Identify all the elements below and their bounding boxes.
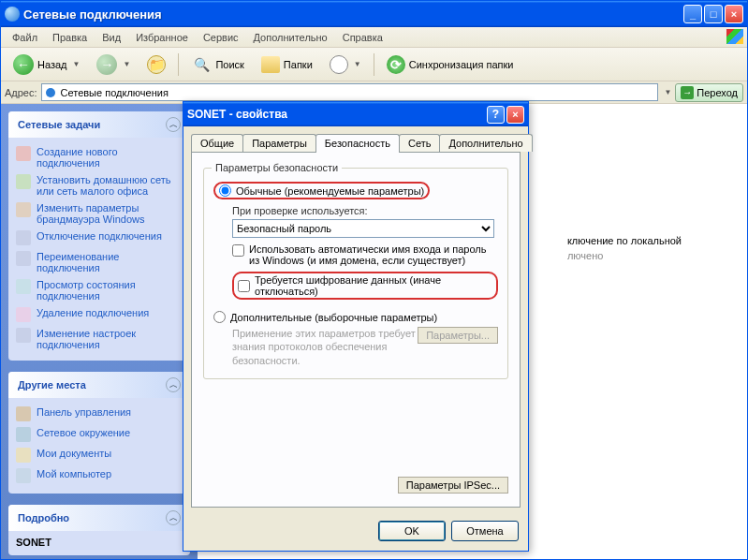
- link[interactable]: Отключение подключения: [37, 230, 162, 242]
- radio-typical[interactable]: Обычные (рекомендуемые параметры): [213, 182, 498, 199]
- go-label: Переход: [697, 87, 738, 98]
- views-icon: ☰: [330, 55, 348, 74]
- link[interactable]: Панель управления: [37, 406, 131, 418]
- radio-advanced-input[interactable]: [213, 311, 226, 323]
- sidebar-item[interactable]: Изменить параметры брандмауэра Windows: [16, 199, 183, 228]
- minimize-button[interactable]: _: [683, 5, 702, 23]
- folders-button[interactable]: Папки: [255, 52, 319, 77]
- sidebar-item[interactable]: Просмотр состояния подключения: [16, 276, 183, 304]
- task-icon: [16, 279, 31, 294]
- link[interactable]: Удаление подключения: [37, 307, 149, 318]
- menu-view[interactable]: Вид: [96, 30, 126, 45]
- maximize-button[interactable]: □: [704, 5, 723, 23]
- network-icon: [5, 7, 20, 22]
- require-encryption-row[interactable]: Требуется шифрование данных (иначе отклю…: [232, 272, 498, 300]
- sidebar-item[interactable]: Установить домашнюю сеть или сеть малого…: [16, 171, 183, 199]
- back-icon: ←: [13, 54, 34, 75]
- sidebar-item[interactable]: Создание нового подключения: [16, 143, 183, 171]
- search-button[interactable]: 🔍 Поиск: [184, 51, 250, 79]
- validation-label: При проверке используется:: [232, 205, 498, 216]
- sidebar-item[interactable]: Отключение подключения: [16, 228, 183, 248]
- link[interactable]: Установить домашнюю сеть или сеть малого…: [37, 174, 183, 197]
- sidebar-item[interactable]: Мои документы: [16, 445, 183, 465]
- link[interactable]: Переименование подключения: [37, 251, 183, 273]
- menu-file[interactable]: Файл: [7, 30, 43, 45]
- link[interactable]: Изменение настроек подключения: [37, 328, 183, 350]
- connection-item[interactable]: ключение по локальной лючено: [567, 235, 682, 261]
- chevron-up-icon: ︿: [166, 117, 181, 132]
- settings-button: Параметры...: [418, 327, 498, 344]
- panel-title: Подробно: [18, 512, 69, 523]
- details-name: SONET: [16, 537, 183, 548]
- properties-dialog: SONET - свойства ? × Общие Параметры Без…: [183, 101, 529, 552]
- search-icon: 🔍: [191, 54, 212, 75]
- menu-tools[interactable]: Сервис: [198, 30, 244, 45]
- forward-button[interactable]: → ▼: [90, 51, 137, 79]
- auto-credentials-label: Использовать автоматически имя входа и п…: [249, 243, 498, 266]
- windows-flag-icon: [726, 29, 743, 44]
- validation-select[interactable]: Безопасный пароль: [232, 219, 494, 238]
- tab-strip: Общие Параметры Безопасность Сеть Дополн…: [183, 126, 528, 152]
- sidebar-item[interactable]: Переименование подключения: [16, 248, 183, 276]
- dialog-titlebar[interactable]: SONET - свойства ? ×: [183, 102, 528, 126]
- panel-header[interactable]: Сетевые задачи ︿: [8, 111, 190, 138]
- chevron-up-icon: ︿: [166, 510, 181, 525]
- radio-advanced[interactable]: Дополнительные (выборочные параметры): [213, 311, 498, 323]
- chevron-up-icon: ︿: [166, 377, 181, 392]
- cancel-button[interactable]: Отмена: [451, 521, 519, 541]
- dialog-close-button[interactable]: ×: [506, 106, 524, 124]
- main-titlebar[interactable]: Сетевые подключения _ □ ×: [1, 1, 747, 27]
- panel-header[interactable]: Другие места ︿: [8, 372, 190, 398]
- tab-options[interactable]: Параметры: [242, 134, 316, 152]
- group-legend: Параметры безопасности: [212, 162, 342, 173]
- connection-status: лючено: [567, 250, 682, 261]
- menubar: Файл Правка Вид Избранное Сервис Дополни…: [1, 27, 747, 48]
- up-icon: 📁: [147, 55, 166, 74]
- sidebar-item[interactable]: Сетевое окружение: [16, 424, 183, 445]
- sidebar-item[interactable]: Панель управления: [16, 404, 183, 424]
- dialog-footer: OK Отмена: [183, 515, 528, 551]
- tab-security[interactable]: Безопасность: [315, 134, 400, 153]
- link[interactable]: Изменить параметры брандмауэра Windows: [37, 202, 183, 225]
- menu-edit[interactable]: Правка: [47, 30, 93, 45]
- link[interactable]: Мои документы: [37, 448, 111, 459]
- task-icon: [16, 146, 31, 161]
- radio-typical-input[interactable]: [219, 184, 231, 197]
- forward-icon: →: [96, 54, 117, 75]
- task-icon: [16, 230, 31, 245]
- place-icon: [16, 427, 31, 442]
- menu-advanced[interactable]: Дополнительно: [248, 30, 333, 45]
- dropdown-icon[interactable]: ▼: [664, 88, 671, 96]
- tab-general[interactable]: Общие: [191, 134, 243, 152]
- help-button[interactable]: ?: [487, 106, 505, 124]
- tab-network[interactable]: Сеть: [399, 134, 440, 152]
- back-label: Назад: [37, 59, 67, 70]
- panel-header[interactable]: Подробно ︿: [8, 505, 190, 531]
- panel-title: Другие места: [18, 379, 86, 391]
- up-button[interactable]: 📁: [140, 52, 172, 78]
- details-panel: Подробно ︿ SONET: [8, 505, 190, 555]
- panel-body: Создание нового подключения Установить д…: [8, 138, 190, 361]
- sidebar-item[interactable]: Удаление подключения: [16, 304, 183, 325]
- menu-help[interactable]: Справка: [337, 30, 389, 45]
- tab-advanced[interactable]: Дополнительно: [439, 134, 532, 152]
- sidebar-item[interactable]: Изменение настроек подключения: [16, 325, 183, 353]
- close-button[interactable]: ×: [725, 5, 743, 23]
- link[interactable]: Создание нового подключения: [37, 146, 183, 169]
- auto-credentials-row[interactable]: Использовать автоматически имя входа и п…: [232, 243, 498, 266]
- back-button[interactable]: ← Назад ▼: [7, 51, 86, 79]
- require-encryption-checkbox[interactable]: [238, 280, 250, 292]
- link[interactable]: Сетевое окружение: [37, 427, 130, 438]
- sidebar-item[interactable]: Мой компьютер: [16, 465, 183, 486]
- address-input[interactable]: [41, 83, 659, 101]
- menu-favorites[interactable]: Избранное: [130, 30, 194, 45]
- link[interactable]: Просмотр состояния подключения: [37, 279, 183, 302]
- link[interactable]: Мой компьютер: [37, 468, 111, 479]
- sync-button[interactable]: ⟳ Синхронизация папки: [380, 52, 521, 78]
- ok-button[interactable]: OK: [378, 521, 446, 541]
- ipsec-button[interactable]: Параметры IPSec...: [398, 477, 508, 494]
- auto-credentials-checkbox[interactable]: [232, 244, 244, 257]
- views-button[interactable]: ☰ ▼: [323, 52, 368, 78]
- highlight-oval: Обычные (рекомендуемые параметры): [213, 182, 430, 199]
- go-button[interactable]: → Переход: [675, 83, 743, 102]
